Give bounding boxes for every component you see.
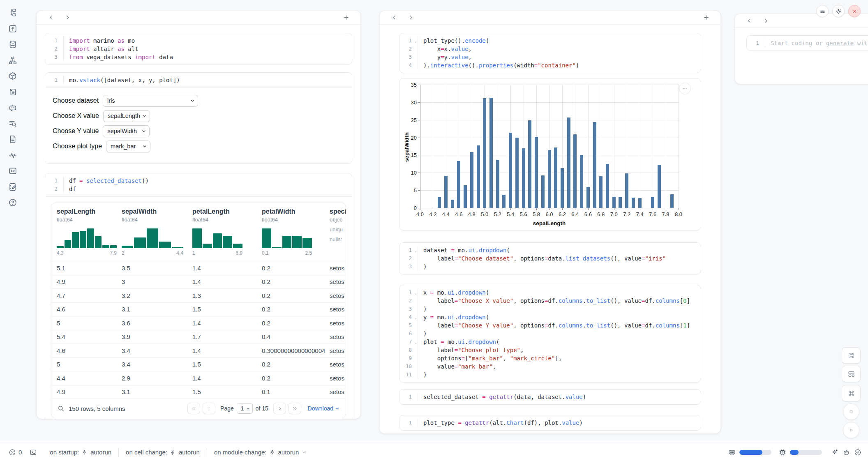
- sitemap-icon[interactable]: [8, 55, 18, 65]
- connection-status-icon[interactable]: [854, 448, 861, 456]
- column-header[interactable]: petalLengthfloat6416.9: [192, 203, 262, 261]
- code-line[interactable]: ): [418, 330, 427, 338]
- code-line[interactable]: label="Choose dataset", options=data.lis…: [418, 254, 666, 263]
- code-line[interactable]: x = mo.ui.dropdown(: [418, 288, 489, 297]
- stop-kernel-button[interactable]: [843, 403, 859, 420]
- prev-page-button[interactable]: [203, 403, 215, 414]
- expand-right-icon[interactable]: [405, 12, 416, 23]
- last-page-button[interactable]: [289, 403, 301, 414]
- column-histogram[interactable]: [262, 228, 312, 248]
- scroll-icon[interactable]: [8, 87, 18, 97]
- page-select[interactable]: 1: [237, 403, 253, 414]
- autorun-setting[interactable]: on cell change:autorun: [119, 449, 207, 456]
- code-line[interactable]: df = selected_dataset(): [63, 177, 149, 185]
- code-line[interactable]: selected_dataset = getattr(data, dataset…: [418, 393, 586, 401]
- errors-icon[interactable]: [8, 448, 16, 456]
- download-button[interactable]: Download: [308, 405, 340, 412]
- ai-sparkle-icon[interactable]: [831, 448, 838, 456]
- database-icon[interactable]: [8, 39, 18, 49]
- cell-empty-editor[interactable]: 1 Start coding or generate with: [746, 35, 868, 51]
- editor-placeholder[interactable]: Start coding or generate with: [765, 39, 868, 47]
- cell-dataset-dropdown[interactable]: 1⌄dataset = mo.ui.dropdown(2 label="Choo…: [399, 242, 701, 274]
- file-tree-icon[interactable]: [8, 8, 18, 18]
- keyboard-shortcuts-button[interactable]: [842, 385, 861, 401]
- generate-with-ai-link[interactable]: generate: [826, 40, 854, 46]
- activity-icon[interactable]: [8, 150, 18, 160]
- code-line[interactable]: from vega_datasets import data: [63, 53, 173, 61]
- shutdown-button[interactable]: [848, 5, 861, 17]
- code-line[interactable]: options=["mark_bar", "mark_circle"],: [418, 354, 562, 362]
- autorun-setting[interactable]: on startup:autorun: [43, 449, 118, 456]
- code-line[interactable]: label="Choose Y value", options=df.colum…: [418, 321, 690, 330]
- code-line[interactable]: import altair as alt: [63, 45, 139, 53]
- collapse-left-icon[interactable]: [744, 16, 755, 26]
- expand-right-icon[interactable]: [760, 16, 771, 26]
- help-icon[interactable]: [8, 198, 18, 207]
- cell-vstack[interactable]: 1mo.vstack([dataset, x, y, plot]) Choose…: [45, 72, 352, 164]
- menu-button[interactable]: [816, 5, 829, 17]
- dropdown-select[interactable]: sepalLength: [103, 110, 150, 122]
- code-line[interactable]: ).interactive().properties(width="contai…: [418, 61, 579, 69]
- chat-bot-icon[interactable]: [8, 103, 18, 113]
- log-search-icon[interactable]: [8, 119, 18, 129]
- column-header[interactable]: petalWidthfloat640.12.5: [262, 203, 330, 261]
- fold-chevron-icon[interactable]: ⌄: [415, 37, 417, 45]
- fold-chevron-icon[interactable]: ⌄: [415, 247, 417, 255]
- save-button[interactable]: [842, 347, 861, 364]
- layout-toggle-button[interactable]: [842, 366, 861, 382]
- column-histogram[interactable]: [122, 228, 183, 248]
- code-line[interactable]: y=y.value,: [418, 53, 472, 61]
- code-line[interactable]: plot_type().encode(: [418, 37, 489, 45]
- code-line[interactable]: x=x.value,: [418, 45, 472, 53]
- code-line[interactable]: import marimo as mo: [63, 37, 135, 45]
- code-line[interactable]: value="mark_bar",: [418, 362, 496, 371]
- cell-imports[interactable]: 1import marimo as mo2import altair as al…: [45, 33, 352, 65]
- assistant-bot-icon[interactable]: [842, 448, 850, 456]
- cell-dataframe[interactable]: 1df = selected_dataset()2df sepalLengthf…: [45, 173, 352, 419]
- code-line[interactable]: ): [418, 305, 427, 313]
- collapse-left-icon[interactable]: [46, 12, 56, 23]
- code-block-icon[interactable]: [8, 166, 18, 176]
- fold-chevron-icon[interactable]: ⌄: [415, 338, 417, 346]
- cell-xy-plot-dropdowns[interactable]: 1⌄x = mo.ui.dropdown(2 label="Choose X v…: [399, 285, 701, 383]
- code-line[interactable]: mo.vstack([dataset, x, y, plot]): [63, 76, 180, 84]
- terminal-icon[interactable]: [29, 448, 37, 456]
- cell-plot-type[interactable]: 1⌄plot_type().encode(2 x=x.value,3 y=y.v…: [399, 33, 701, 73]
- code-line[interactable]: dataset = mo.ui.dropdown(: [418, 246, 510, 254]
- add-cell-button[interactable]: [701, 12, 711, 23]
- column-histogram[interactable]: [57, 228, 117, 248]
- code-line[interactable]: plot = mo.ui.dropdown(: [418, 338, 499, 346]
- cell-selected-dataset[interactable]: 1selected_dataset = getattr(data, datase…: [399, 389, 701, 405]
- run-all-button[interactable]: [843, 422, 859, 438]
- column-histogram[interactable]: [192, 228, 242, 248]
- code-line[interactable]: label="Choose X value", options=df.colum…: [418, 297, 690, 305]
- add-cell-button[interactable]: [341, 12, 351, 23]
- code-line[interactable]: ): [418, 371, 427, 379]
- code-line[interactable]: df: [63, 185, 76, 193]
- code-line[interactable]: ): [418, 263, 427, 271]
- code-line[interactable]: plot_type = getattr(alt.Chart(df), plot.…: [418, 419, 583, 427]
- column-header[interactable]: sepalWidthfloat6424.4: [122, 203, 192, 261]
- altair-bar-chart[interactable]: 4.04.24.44.64.85.05.25.45.65.86.06.26.46…: [399, 78, 701, 230]
- memory-usage-meter[interactable]: [739, 450, 771, 455]
- collapse-left-icon[interactable]: [389, 12, 399, 23]
- dropdown-select[interactable]: mark_bar: [106, 141, 150, 152]
- column-header[interactable]: speciobjecuniqunulls:: [330, 203, 346, 261]
- code-line[interactable]: y = mo.ui.dropdown(: [418, 313, 489, 321]
- snippets-icon[interactable]: [8, 134, 18, 144]
- expand-right-icon[interactable]: [62, 12, 73, 23]
- next-page-button[interactable]: [273, 403, 286, 414]
- search-icon[interactable]: [57, 405, 65, 412]
- first-page-button[interactable]: [187, 403, 200, 414]
- fold-chevron-icon[interactable]: ⌄: [415, 289, 417, 297]
- column-header[interactable]: sepalLengthfloat644.37.9: [57, 203, 122, 261]
- package-icon[interactable]: [8, 71, 18, 81]
- autorun-setting[interactable]: on module change:autorun: [207, 449, 314, 456]
- scratchpad-icon[interactable]: [8, 182, 18, 192]
- settings-button[interactable]: [832, 5, 845, 17]
- function-icon[interactable]: [8, 24, 18, 34]
- dropdown-select[interactable]: iris: [103, 95, 198, 107]
- dropdown-select[interactable]: sepalWidth: [103, 125, 150, 137]
- cell-plot-type-getattr[interactable]: 1plot_type = getattr(alt.Chart(df), plot…: [399, 415, 701, 431]
- cpu-usage-meter[interactable]: [790, 450, 822, 455]
